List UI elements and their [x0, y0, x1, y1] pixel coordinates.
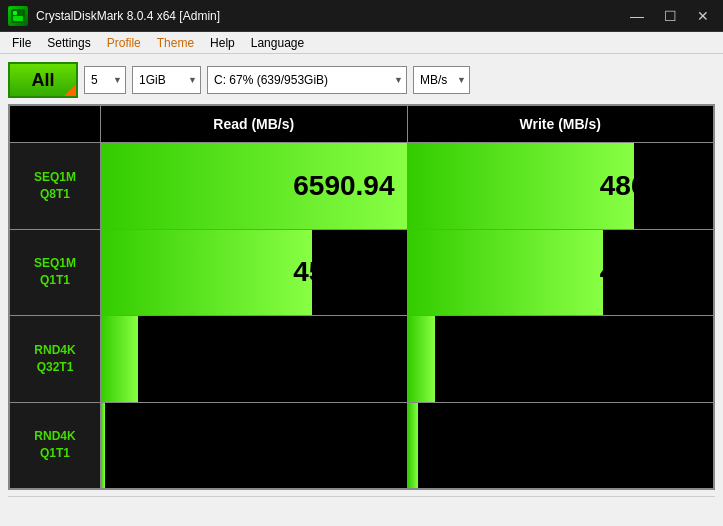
read-cell-3: 91.04 — [101, 403, 407, 489]
write-bar-1 — [408, 230, 604, 316]
write-cell-1: 4241.35 — [408, 230, 714, 316]
title-bar-left: CrystalDiskMark 8.0.4 x64 [Admin] — [8, 6, 220, 26]
window-title: CrystalDiskMark 8.0.4 x64 [Admin] — [36, 9, 220, 23]
header-empty — [10, 106, 100, 142]
row-label-1: SEQ1M Q1T1 — [10, 230, 100, 316]
drive-select[interactable]: C: 67% (639/953GiB) — [207, 66, 407, 94]
size-select-wrapper: 512MiB 1GiB 2GiB 4GiB — [132, 66, 201, 94]
read-value-0: 6590.94 — [293, 170, 394, 202]
toolbar: All 1 3 5 10 512MiB 1GiB 2GiB 4GiB C: 67… — [8, 62, 715, 98]
write-cell-2: 614.91 — [408, 316, 714, 402]
write-cell-0: 4869.40 — [408, 143, 714, 229]
svg-rect-1 — [13, 16, 23, 21]
read-value-3: 91.04 — [324, 429, 394, 461]
write-bar-3 — [408, 403, 419, 489]
header-write: Write (MB/s) — [408, 106, 714, 142]
read-cell-0: 6590.94 — [101, 143, 407, 229]
main-content: All 1 3 5 10 512MiB 1GiB 2GiB 4GiB C: 67… — [0, 54, 723, 526]
write-value-3: 237.13 — [615, 429, 701, 461]
unit-select[interactable]: MB/s GB/s IOPS μs — [413, 66, 470, 94]
write-cell-3: 237.13 — [408, 403, 714, 489]
read-bar-1 — [101, 230, 312, 316]
menu-help[interactable]: Help — [202, 34, 243, 52]
menu-bar: File Settings Profile Theme Help Languag… — [0, 32, 723, 54]
read-value-1: 4560.59 — [293, 256, 394, 288]
row-label-0: SEQ1M Q8T1 — [10, 143, 100, 229]
write-value-2: 614.91 — [615, 343, 701, 375]
maximize-button[interactable]: ☐ — [658, 6, 683, 26]
read-bar-2 — [101, 316, 138, 402]
size-select[interactable]: 512MiB 1GiB 2GiB 4GiB — [132, 66, 201, 94]
title-bar: CrystalDiskMark 8.0.4 x64 [Admin] — ☐ ✕ — [0, 0, 723, 32]
write-value-0: 4869.40 — [600, 170, 701, 202]
write-bar-2 — [408, 316, 435, 402]
app-icon — [8, 6, 28, 26]
menu-settings[interactable]: Settings — [39, 34, 98, 52]
menu-theme[interactable]: Theme — [149, 34, 202, 52]
read-bar-3 — [101, 403, 105, 489]
write-value-1: 4241.35 — [600, 256, 701, 288]
read-value-2: 829.48 — [309, 343, 395, 375]
minimize-button[interactable]: — — [624, 6, 650, 26]
row-label-2: RND4K Q32T1 — [10, 316, 100, 402]
status-bar — [8, 496, 715, 518]
read-cell-1: 4560.59 — [101, 230, 407, 316]
count-select-wrapper: 1 3 5 10 — [84, 66, 126, 94]
read-cell-2: 829.48 — [101, 316, 407, 402]
row-label-3: RND4K Q1T1 — [10, 403, 100, 489]
header-read: Read (MB/s) — [101, 106, 407, 142]
title-bar-controls: — ☐ ✕ — [624, 6, 715, 26]
drive-select-wrapper: C: 67% (639/953GiB) — [207, 66, 407, 94]
menu-language[interactable]: Language — [243, 34, 312, 52]
menu-profile[interactable]: Profile — [99, 34, 149, 52]
all-button[interactable]: All — [8, 62, 78, 98]
close-button[interactable]: ✕ — [691, 6, 715, 26]
menu-file[interactable]: File — [4, 34, 39, 52]
svg-rect-2 — [13, 11, 17, 15]
unit-select-wrapper: MB/s GB/s IOPS μs — [413, 66, 470, 94]
count-select[interactable]: 1 3 5 10 — [84, 66, 126, 94]
data-table: Read (MB/s) Write (MB/s) SEQ1M Q8T1 6590… — [8, 104, 715, 490]
